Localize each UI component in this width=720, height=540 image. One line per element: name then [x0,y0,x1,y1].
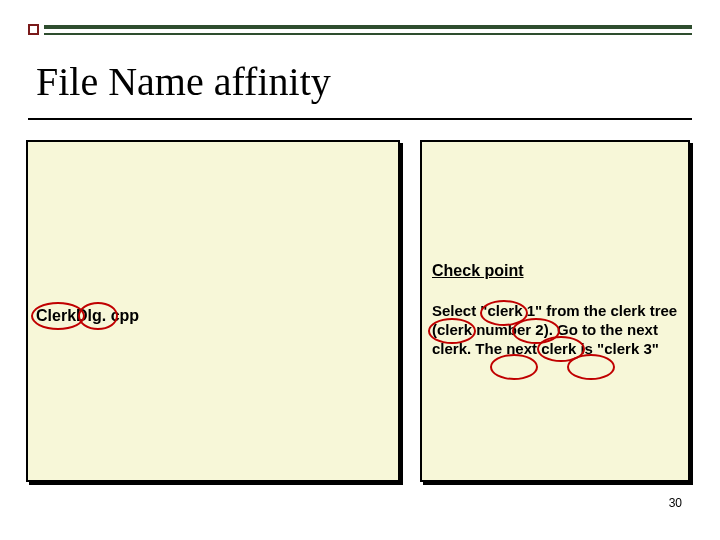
circle-annotation-icon [490,354,538,380]
slide-title: File Name affinity [36,58,331,105]
circle-annotation-icon [31,302,85,330]
page-number: 30 [669,496,682,510]
square-bullet-icon [28,24,39,35]
circle-annotation-icon [567,354,615,380]
header-rule [28,22,692,40]
title-underline [28,118,692,120]
rule-thin [44,33,692,35]
checkpoint-heading: Check point [432,262,524,280]
right-panel: Check point Select "clerk 1" from the cl… [420,140,690,482]
rule-thick [44,25,692,29]
circle-annotation-icon [78,302,118,330]
left-panel: ClerkDlg. cpp [26,140,400,482]
slide: File Name affinity ClerkDlg. cpp Check p… [0,0,720,540]
circle-annotation-icon [428,318,476,344]
